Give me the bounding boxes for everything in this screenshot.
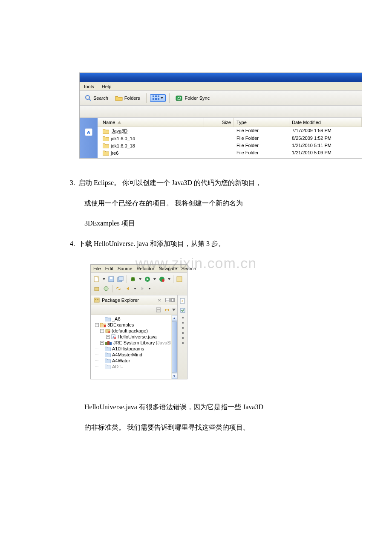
menu-source[interactable]: Source [118,266,133,271]
column-date-modified[interactable]: Date Modified [289,118,362,127]
panel-toolbar [91,305,177,315]
svg-line-1 [89,99,91,101]
chevron-down-icon[interactable] [168,278,170,280]
expand-icon[interactable]: + [106,335,110,339]
collapse-panel-button[interactable] [85,128,92,136]
save-icon[interactable] [108,276,115,283]
menu-tools[interactable]: Tools [83,84,94,89]
menu-navigate[interactable]: Navigate [159,266,177,271]
menu-edit[interactable]: Edit [105,266,113,271]
toolbar-spacer [80,106,362,118]
menu-refactor[interactable]: Refactor [137,266,155,271]
tree-item-jre[interactable]: + JRE System Library [JavaSE [92,340,177,346]
save-all-icon[interactable] [117,276,124,283]
paragraph-text: 启动 Eclipse。 你可以创建一个 Java3D 的代码为您的新项目， [78,179,262,186]
tree-item-a4mastermind[interactable]: A4MasterMind [92,352,177,358]
collapse-icon[interactable]: − [95,323,99,327]
file-type: File Folder [234,150,289,156]
file-row[interactable]: jre6 File Folder 1/21/2010 5:09 PM [98,149,362,156]
folder-sync-label: Folder Sync [185,95,210,101]
collapse-icon[interactable]: − [100,329,104,333]
svg-rect-22 [95,299,96,300]
link-editor-icon[interactable] [164,306,170,313]
close-icon[interactable]: ✕ [158,298,161,303]
folder-sync-icon [176,95,183,101]
debug-icon[interactable] [130,276,136,283]
chevron-down-icon[interactable] [134,288,136,289]
marker-icon [182,322,184,324]
svg-rect-21 [94,298,99,302]
tree-item-3dexamples[interactable]: − 3DExamples [92,322,177,328]
file-date: 1/21/2010 5:09 PM [289,150,362,156]
chevron-down-icon[interactable] [139,278,141,280]
expand-icon[interactable]: + [100,341,104,345]
marker-icon [182,317,184,318]
menu-help[interactable]: Help [102,84,112,89]
list-number: 4. [70,240,75,247]
file-row[interactable]: jdk1.6.0_14 File Folder 8/25/2009 1:52 P… [98,135,362,142]
run-icon[interactable] [144,276,151,283]
column-name-label: Name [103,120,115,125]
overview-marker-icon[interactable] [180,307,186,313]
views-button[interactable] [150,94,166,102]
folders-button[interactable]: Folders [112,95,143,101]
view-menu-icon[interactable] [172,309,176,311]
folder-sync-button[interactable]: Folder Sync [173,95,213,101]
back-icon[interactable] [124,285,131,292]
file-type: File Folder [234,136,289,141]
run-last-icon[interactable] [159,276,165,283]
svg-rect-13 [119,276,123,280]
menu-search[interactable]: Search [182,266,196,271]
svg-point-30 [108,331,110,333]
tree-item-adt[interactable]: ADT- [92,364,177,370]
scroll-up-icon[interactable]: ▲ [172,315,177,321]
new-icon[interactable] [93,276,100,283]
panel-title: Package Explorer [102,298,139,303]
file-row[interactable]: jdk1.6.0_18 File Folder 1/21/2010 5:11 P… [98,142,362,149]
svg-rect-5 [153,98,154,100]
editor-right-gutter: J [178,295,187,379]
tree-item-a10[interactable]: A10Histograms [92,346,177,352]
maximize-icon[interactable] [170,298,175,302]
svg-rect-2 [153,95,154,97]
file-row[interactable]: Java3D File Folder 7/17/2009 1:59 PM [98,127,362,135]
svg-point-33 [114,337,116,339]
svg-rect-36 [110,342,112,345]
file-type: File Folder [234,128,289,134]
search-label: Search [93,95,108,101]
chevron-down-icon[interactable] [153,278,156,280]
tree-item-default-package[interactable]: − (default package) [92,328,177,334]
class-icon[interactable] [103,285,110,292]
open-type-icon[interactable] [176,276,183,283]
scroll-down-icon[interactable]: ▼ [172,373,177,379]
tree-item-hellouniverse[interactable]: + J HelloUniverse.java [92,334,177,340]
scroll-thumb[interactable] [172,321,177,373]
menu-file[interactable]: File [93,266,101,271]
svg-rect-35 [107,341,110,345]
collapse-all-icon[interactable] [155,306,162,313]
marker-icon [182,327,184,329]
scrollbar[interactable]: ▲ ▼ [171,315,177,379]
column-size[interactable]: Size [204,118,234,127]
search-button[interactable]: Search [82,95,111,101]
file-name: jdk1.6.0_18 [111,143,135,148]
java-editor-icon[interactable]: J [180,298,186,304]
sort-ascending-icon [118,121,121,124]
column-type[interactable]: Type [234,118,289,127]
document-body: HelloUniverse.java 有很多语法错误，因为它是指一些 Java3… [84,398,337,436]
chevron-down-icon[interactable] [148,288,151,289]
link-icon[interactable] [115,285,122,292]
tree-item-a4wator[interactable]: A4Wator [92,358,177,364]
package-explorer-tab[interactable]: Package Explorer ✕ [91,295,177,305]
forward-icon[interactable] [139,285,146,292]
svg-rect-6 [155,98,157,100]
tree-item-a6[interactable]: _A6 [92,316,177,322]
chevron-down-icon [161,97,163,99]
project-closed-icon [105,352,111,357]
column-name[interactable]: Name [98,118,204,127]
eclipse-window: File Edit Source Refactor Navigate Searc… [90,264,187,379]
package-icon[interactable] [93,285,100,292]
chevron-down-icon[interactable] [103,278,105,280]
minimize-icon[interactable] [165,298,170,302]
folders-label: Folders [124,95,140,101]
